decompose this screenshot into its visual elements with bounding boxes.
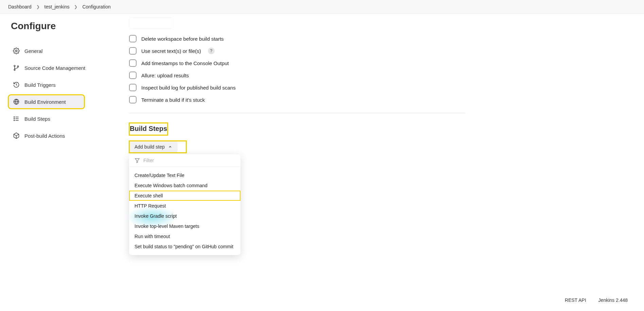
sidebar-item-label: Build Steps <box>24 116 50 122</box>
sidebar-item-label: Build Environment <box>24 99 66 105</box>
dropdown-filter-row <box>129 154 240 167</box>
breadcrumb-job[interactable]: test_jenkins <box>44 4 70 9</box>
history-icon <box>13 81 20 88</box>
sidebar-item-triggers[interactable]: Build Triggers <box>8 78 122 92</box>
dropdown-item-label: Invoke Gradle script <box>135 213 177 219</box>
dropdown-item-invoke-gradle[interactable]: Invoke Gradle script <box>129 211 240 221</box>
svg-point-1 <box>14 65 15 66</box>
checkbox-allure[interactable] <box>129 72 137 79</box>
sidebar-item-scm[interactable]: Source Code Management <box>8 61 122 75</box>
svg-marker-8 <box>135 159 139 163</box>
checkbox-inspect-log[interactable] <box>129 84 137 91</box>
checkbox-terminate-stuck[interactable] <box>129 96 137 103</box>
sidebar-item-label: Build Triggers <box>24 82 56 88</box>
checkbox-row: Delete workspace before build starts <box>129 35 465 42</box>
branch-icon <box>13 64 20 71</box>
svg-point-6 <box>14 118 15 119</box>
svg-point-0 <box>16 50 17 52</box>
breadcrumb-current: Configuration <box>82 4 110 9</box>
help-icon[interactable]: ? <box>208 47 215 54</box>
sidebar-item-label: Source Code Management <box>24 65 85 71</box>
list-icon <box>13 115 20 122</box>
checkbox-label: Add timestamps to the Console Output <box>141 60 229 66</box>
add-build-step-wrap: Add build step <box>129 141 186 153</box>
checkbox-row: Use secret text(s) or file(s) ? <box>129 47 465 55</box>
sidebar-item-build-steps[interactable]: Build Steps <box>8 112 122 126</box>
checkbox-label: Allure: upload results <box>141 73 189 78</box>
filter-icon <box>135 158 140 163</box>
dropdown-item-create-text-file[interactable]: Create/Update Text File <box>129 170 240 180</box>
checkbox-use-secret[interactable] <box>129 47 137 55</box>
checkbox-row: Inspect build log for published build sc… <box>129 84 465 91</box>
checkbox-label: Inspect build log for published build sc… <box>141 85 236 91</box>
svg-point-5 <box>14 117 15 117</box>
dropdown-item-http-request[interactable]: HTTP Request <box>129 201 240 211</box>
checkbox-row: Terminate a build if it's stuck <box>129 96 465 103</box>
dropdown-item-execute-shell[interactable]: Execute shell <box>129 191 240 201</box>
gear-icon <box>13 47 20 54</box>
svg-point-3 <box>17 66 19 67</box>
dropdown-item-execute-batch[interactable]: Execute Windows batch command <box>129 180 240 191</box>
sidebar-item-build-environment[interactable]: Build Environment <box>8 95 85 109</box>
sidebar-item-general[interactable]: General <box>8 44 122 58</box>
add-build-step-label: Add build step <box>135 144 165 150</box>
svg-point-7 <box>14 120 15 121</box>
dropdown-item-invoke-maven[interactable]: Invoke top-level Maven targets <box>129 221 240 231</box>
checkbox-label: Terminate a build if it's stuck <box>141 97 205 103</box>
checkbox-label: Delete workspace before build starts <box>141 36 224 42</box>
chevron-right-icon: ❯ <box>36 4 40 9</box>
main-content: Delete workspace before build starts Use… <box>126 14 486 269</box>
sidebar-item-label: General <box>24 48 42 54</box>
package-icon <box>13 132 20 139</box>
svg-point-2 <box>14 69 15 71</box>
divider <box>129 113 465 113</box>
chevron-right-icon: ❯ <box>74 4 77 9</box>
checkbox-timestamps[interactable] <box>129 59 137 67</box>
breadcrumb: Dashboard ❯ test_jenkins ❯ Configuration <box>0 0 644 14</box>
sidebar-item-post-build[interactable]: Post-build Actions <box>8 129 122 143</box>
breadcrumb-dashboard[interactable]: Dashboard <box>8 4 32 9</box>
checkbox-row: Add timestamps to the Console Output <box>129 59 465 67</box>
dropdown-filter-input[interactable] <box>143 158 235 163</box>
chevron-up-icon <box>168 145 172 149</box>
checkbox-label: Use secret text(s) or file(s) <box>141 48 201 54</box>
page-title: Configure <box>11 21 122 32</box>
checkbox-delete-workspace[interactable] <box>129 35 137 42</box>
dropdown-item-run-timeout[interactable]: Run with timeout <box>129 231 240 241</box>
checkbox-row: Allure: upload results <box>129 72 465 79</box>
globe-icon <box>13 98 20 105</box>
dropdown-list: Create/Update Text File Execute Windows … <box>129 167 240 255</box>
dropdown-item-github-pending[interactable]: Set build status to "pending" on GitHub … <box>129 241 240 252</box>
sidebar: Configure General Source Code Management… <box>0 14 126 269</box>
build-steps-title: Build Steps <box>130 125 167 133</box>
build-steps-title-wrap: Build Steps <box>129 123 168 135</box>
build-step-dropdown: Create/Update Text File Execute Windows … <box>129 154 240 255</box>
ghost-section-header <box>129 17 174 29</box>
add-build-step-button[interactable]: Add build step <box>129 141 178 153</box>
dropdown-item-label: Invoke top-level Maven targets <box>135 223 199 229</box>
sidebar-item-label: Post-build Actions <box>24 133 65 139</box>
